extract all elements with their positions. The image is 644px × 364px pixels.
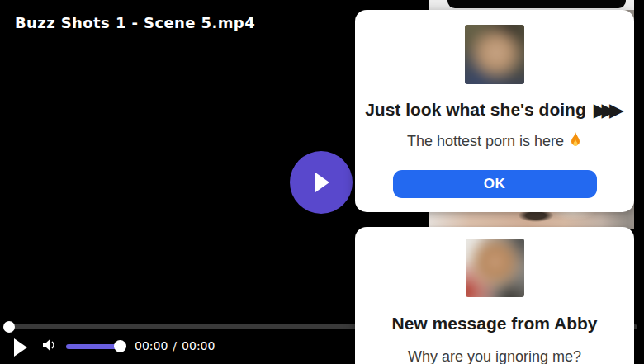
thumbnail-image: [465, 25, 524, 84]
screen: Buzz Shots 1 - Scene 5.mp4 00:00/00:00: [0, 0, 644, 364]
popup-subtitle-text: The hottest porn is here: [407, 133, 564, 149]
thumbnail-image: [466, 239, 524, 297]
popup-heading-text: Just look what she's doing: [365, 100, 586, 119]
volume-slider[interactable]: [66, 344, 121, 349]
time-display: 00:00/00:00: [135, 339, 215, 352]
speaker-icon: [41, 343, 58, 356]
popup-message[interactable]: New message from Abby Why are you ignori…: [355, 227, 634, 364]
volume-handle[interactable]: [114, 340, 126, 352]
popup-promo[interactable]: Just look what she's doing▶▶▶ The hottes…: [355, 10, 634, 212]
popup-thumbnail[interactable]: [466, 239, 524, 297]
fire-icon: [569, 132, 582, 154]
popup-heading: Just look what she's doing▶▶▶: [355, 98, 634, 121]
duration: 00:00: [182, 339, 215, 352]
play-icon: [14, 338, 27, 357]
play-icon: [315, 173, 329, 192]
ok-button[interactable]: OK: [393, 170, 597, 198]
popup-subtitle: The hottest porn is here: [355, 132, 634, 154]
popup-heading: New message from Abby: [355, 312, 634, 334]
play-button[interactable]: [13, 336, 35, 357]
time-separator: /: [173, 339, 177, 352]
mute-button[interactable]: [40, 337, 59, 355]
triple-right-arrow-icon: ▶▶▶: [594, 99, 618, 121]
big-play-button[interactable]: [290, 151, 353, 214]
video-title: Buzz Shots 1 - Scene 5.mp4: [15, 14, 255, 31]
popup-subtitle: Why are you ignoring me?: [355, 347, 634, 364]
seek-handle[interactable]: [3, 321, 15, 333]
popup-thumbnail[interactable]: [465, 25, 524, 84]
ad-top-bar: [447, 0, 626, 8]
current-time: 00:00: [135, 339, 168, 352]
